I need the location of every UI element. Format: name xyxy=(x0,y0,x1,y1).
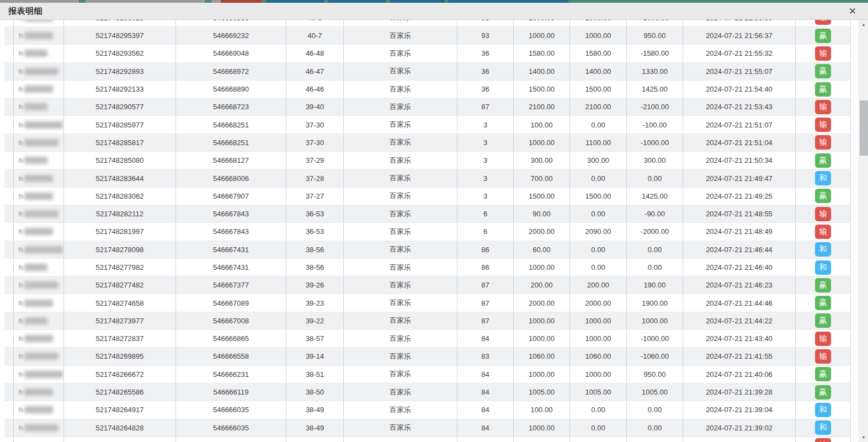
username-masked-text: h xyxy=(19,85,23,93)
cell-bet-amount: 1000.00 xyxy=(514,27,570,44)
cell-game-type: 百家乐 xyxy=(344,81,457,98)
cell-valid-amount: 0.00 xyxy=(570,419,627,436)
vertical-scrollbar[interactable]: ▲ ▼ xyxy=(859,20,868,442)
cell-result: 和 xyxy=(796,259,851,276)
cell-round-number: 39-26 xyxy=(286,276,344,294)
table-row: h 521748292133 546668890 46-46 百家乐 36 15… xyxy=(4,81,851,98)
cell-serial-number: 546668127 xyxy=(176,152,286,169)
cell-game-type: 百家乐 xyxy=(344,384,457,401)
result-badge: 赢 xyxy=(815,278,831,292)
cell-table-number: 87 xyxy=(457,294,514,311)
cell-round-number: 36-53 xyxy=(286,223,344,240)
cell-game-type: 百家乐 xyxy=(344,312,457,329)
cell-serial-number: 546666035 xyxy=(176,419,286,436)
cell-result: 赢 xyxy=(796,81,851,98)
cell-order-number: 521748290577 xyxy=(64,98,176,115)
cell-order-number: 521748283644 xyxy=(64,169,176,187)
cell-username: h xyxy=(4,169,64,187)
scroll-up-icon[interactable]: ▲ xyxy=(859,20,868,29)
username-blur xyxy=(24,388,53,396)
cell-game-type: 百家乐 xyxy=(344,116,457,133)
username-blur xyxy=(24,228,53,235)
cell-bet-time: 2024-07-21 21:51:04 xyxy=(683,134,796,151)
cell-bet-time: 2024-07-21 21:41:55 xyxy=(683,348,796,365)
cell-serial-number: 546666035 xyxy=(176,401,286,418)
cell-table-number: 87 xyxy=(457,276,514,294)
cell-win-loss: 300.00 xyxy=(627,152,683,169)
cell-username: h xyxy=(4,134,64,151)
username-blur xyxy=(24,68,58,75)
cell-order-number: 521748285977 xyxy=(64,116,176,133)
cell-bet-amount: 1000.00 xyxy=(514,366,570,383)
cell-game-type: 百家乐 xyxy=(344,169,457,187)
cell-bet-amount: 1000.00 xyxy=(514,134,570,151)
cell-serial-number: 546666865 xyxy=(176,330,286,347)
cell-round-number: 39-14 xyxy=(286,348,344,365)
result-badge: 赢 xyxy=(815,296,831,310)
cell-bet-time: 2024-07-21 21:55:07 xyxy=(683,63,796,80)
username-blur xyxy=(24,353,58,360)
cell-serial-number: 546666231 xyxy=(176,366,286,383)
cell-win-loss: -1000.00 xyxy=(627,20,683,26)
cell-bet-amount: 100.00 xyxy=(514,401,570,418)
cell-table-number: 93 xyxy=(457,20,514,26)
username-masked-text: h xyxy=(19,370,23,379)
username-masked-text: h xyxy=(19,139,23,147)
cell-serial-number: 546667377 xyxy=(176,276,286,294)
cell-valid-amount: 2000.00 xyxy=(570,294,627,311)
cell-valid-amount: 2090.00 xyxy=(570,223,627,240)
username-masked-text: h xyxy=(19,156,23,164)
cell-order-number: 521748285080 xyxy=(64,152,176,169)
cell-serial-number: 546667431 xyxy=(176,259,286,276)
cell-bet-amount: 1005.00 xyxy=(514,384,570,401)
cell-game-type: 百家乐 xyxy=(344,63,457,80)
username-blur xyxy=(24,281,58,289)
cell-result: 赢 xyxy=(796,312,851,329)
cell-bet-time: 2024-07-21 21:46:44 xyxy=(683,241,796,258)
cell-bet-time: 2024-07-21 21:39:02 xyxy=(683,419,796,436)
cell-game-type: 百家乐 xyxy=(344,134,457,151)
cell-game-type: 百家乐 xyxy=(344,330,457,347)
cell-game-type: 百家乐 xyxy=(344,205,457,222)
cell-result: 赢 xyxy=(796,188,851,205)
cell-bet-amount: 200.00 xyxy=(514,276,570,294)
cell-round-number: 39-22 xyxy=(286,312,344,329)
cell-bet-time: 2024-07-21 21:39:28 xyxy=(683,384,796,401)
cell-bet-time: 2024-07-21 21:46:40 xyxy=(683,259,796,276)
table-row: h 521748278098 546667431 38-56 百家乐 86 60… xyxy=(4,241,851,259)
cell-serial-number: 546667907 xyxy=(176,188,286,205)
cell-result: 赢 xyxy=(796,63,851,80)
username-blur xyxy=(24,32,53,39)
cell-serial-number: 546668972 xyxy=(176,63,286,80)
username-masked-text: h xyxy=(19,406,23,414)
cell-win-loss: -1580.00 xyxy=(627,45,683,62)
cell-valid-amount: 1005.00 xyxy=(570,384,627,401)
cell-order-number xyxy=(64,437,176,442)
cell-username: h xyxy=(4,152,64,169)
cell-order-number: 521748295397 xyxy=(64,27,176,44)
username-masked-text: h xyxy=(19,299,23,307)
cell-username: h xyxy=(4,294,64,311)
cell-username: h xyxy=(4,276,64,294)
cell-win-loss: -1060.00 xyxy=(627,348,683,365)
scrollbar-thumb[interactable] xyxy=(860,100,868,156)
result-badge: 赢 xyxy=(815,82,831,97)
table-row: h 521748266672 546666231 38-51 百家乐 84 10… xyxy=(4,366,851,384)
result-badge: 输 xyxy=(815,118,831,132)
cell-bet-amount: 300.00 xyxy=(514,152,570,169)
username-blur xyxy=(24,175,53,182)
close-icon[interactable]: ✕ xyxy=(845,6,860,17)
cell-valid-amount: 0.00 xyxy=(570,241,627,258)
cell-bet-time: 2024-07-21 21:51:07 xyxy=(683,116,796,133)
cell-round-number: 39-40 xyxy=(286,98,344,115)
cell-game-type: 百家乐 xyxy=(344,27,457,44)
cell-order-number: 521748282112 xyxy=(64,205,176,222)
scroll-down-icon[interactable]: ▼ xyxy=(859,433,868,442)
cell-username: h xyxy=(4,63,64,80)
cell-serial-number: 546667431 xyxy=(176,241,286,258)
table-row: h 521748273977 546667008 39-22 百家乐 87 10… xyxy=(4,312,851,330)
cell-order-number: 521748281997 xyxy=(64,223,176,240)
cell-username: h xyxy=(4,419,64,436)
cell-win-loss: 1330.00 xyxy=(627,63,683,80)
cell-result: 赢 xyxy=(796,152,851,169)
